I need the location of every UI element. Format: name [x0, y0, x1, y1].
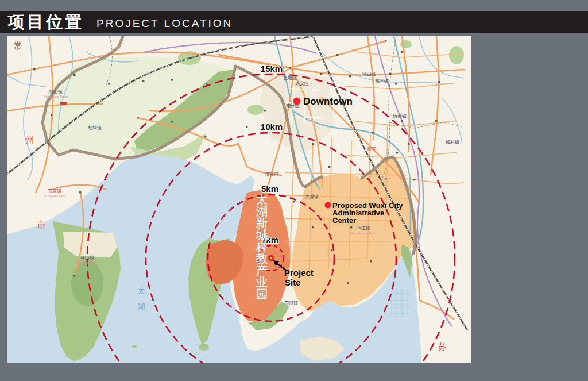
town-label: 雪浪镇: [284, 301, 298, 306]
town-label: 雪堰镇: [48, 188, 61, 194]
town-label: 大浮镇: [305, 194, 319, 199]
page-title-english: PROJECT LOCATION: [96, 17, 233, 30]
town-label-en: Huazhuang Town: [350, 232, 377, 235]
ring-label-15km: 15km: [261, 64, 283, 74]
lake-label-char-1: 太: [138, 286, 145, 295]
district-label: 崇安区: [295, 81, 309, 86]
svg-text:园: 园: [256, 287, 268, 301]
district-label: 北塘区: [283, 75, 297, 80]
page-title-chinese: 项目位置: [8, 11, 84, 34]
district-label: 滨湖区: [265, 172, 279, 177]
project-site-dot-center: [270, 257, 272, 259]
town-label: 阳山镇: [49, 89, 63, 94]
downtown-dot: [293, 98, 301, 105]
district-label: 新区: [367, 147, 376, 152]
location-map: 15km 10km 5km 1km 阳山镇 Yangshan Town 胡埭镇 …: [7, 36, 471, 363]
changzhou-char-2: 州: [25, 135, 34, 145]
admin-center-label-3: Center: [332, 216, 356, 225]
town-label: 华庄镇: [357, 226, 370, 231]
suzhou-char: 苏: [438, 342, 447, 352]
town-label: 梅村镇: [445, 140, 459, 145]
map-canvas: 15km 10km 5km 1km 阳山镇 Yangshan Town 胡埭镇 …: [7, 36, 471, 363]
project-site-label-1: Project: [284, 268, 314, 278]
ring-label-10km: 10km: [261, 122, 283, 132]
town-label: 胡埭镇: [88, 125, 102, 130]
town-label-en: Yangshan Town: [44, 95, 68, 98]
town-label: 坊前镇: [392, 114, 407, 119]
small-island: [132, 345, 137, 348]
changzhou-char-3: 市: [37, 220, 46, 230]
route-shield: [60, 102, 67, 105]
admin-center-dot: [325, 202, 331, 209]
lake-label-char-2: 湖: [138, 302, 145, 311]
downtown-label: Downtown: [303, 96, 353, 107]
town-label-en: Mashan Town: [77, 261, 98, 264]
park-name-vertical: 太 湖 新 城 科 教 产 业 园: [256, 193, 268, 301]
town-label: 东亭镇: [375, 79, 389, 84]
district-label: 锡山区: [362, 71, 376, 76]
town-label: 马山镇: [80, 255, 94, 260]
town-label-en: Xueyan Town: [44, 194, 65, 198]
changzhou-char-1: 常: [13, 41, 22, 51]
page-header: 项目位置 PROJECT LOCATION: [0, 11, 588, 33]
project-site-label-2: Site: [285, 278, 301, 287]
